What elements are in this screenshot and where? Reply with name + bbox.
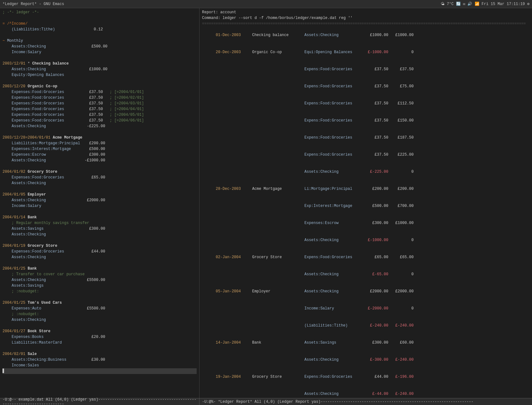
report-row: 28-Dec-2003Acme MortgageLi:Mortgage:Prin… (202, 180, 529, 197)
report-row: Assets:Checking£-300.00£-240.00 (202, 351, 529, 368)
line-mortgage-principal: Liabilities:Mortgage:Principal £200.00 (3, 140, 197, 146)
line-groceries-3: Expenses:Food:Groceries £37.50 ; [=2004/… (3, 101, 197, 106)
line-nobudget1: ; :nobudget: (3, 289, 197, 294)
line-groceries-1: Expenses:Food:Groceries £37.50 ; [=2004/… (3, 89, 197, 95)
report-row: Exp:Interest:Mortgage£500.00£700.00 (202, 197, 529, 215)
report-row: Expens:Food:Groceries£37.50£187.50 (202, 129, 529, 146)
title-bar: *Ledger Report* - GNU Emacs 🌤 7°C 🔄 ✉ 🔊 … (0, 0, 532, 8)
line-assets-checking-5500: Assets:Checking £5500.00 (3, 277, 197, 283)
left-pane: ; -*- ledger -*- = /^Income/ (Liabilitie… (0, 8, 200, 398)
line-savings-comment: ; Regular monthly savings transfer (3, 220, 197, 226)
right-pane: Report: account Command: ledger --sort d… (200, 8, 532, 398)
line-assets-savings: Assets:Savings (3, 283, 197, 289)
line-txn-20031220: 2003/12/20 Organic Co-op (3, 84, 197, 89)
line-txn-20031228: 2003/12/28=2004/01/01 Acme Mortgage (3, 135, 197, 140)
report-divider: ========================================… (202, 21, 529, 27)
line-cursor: ▋ (3, 368, 197, 374)
report-row: Assets:Checking£-44.00£-240.00 (202, 385, 529, 398)
line-liabilities-tithe: (Liabilities:Tithe) 0.12 (3, 27, 197, 32)
line-groceries-2: Expenses:Food:Groceries £37.50 ; [=2004/… (3, 95, 197, 101)
status-right: -U:@%- *Ledger Report* All (4,0) (Ledger… (200, 398, 532, 405)
line-assets-checking-neg1000: Assets:Checking -£1000.00 (3, 158, 197, 163)
report-row: Expens:Food:Groceries£37.50£112.50 (202, 95, 529, 112)
report-row: 02-Jan-2004Grocery StoreExpens:Food:Groc… (202, 249, 529, 266)
line-checking-business: Assets:Checking:Business £30.00 (3, 357, 197, 363)
line-assets-checking-2000: Assets:Checking £2000.00 (3, 197, 197, 203)
report-command: Command: ledger --sort d -f /home/borbus… (202, 15, 529, 21)
report-row: Assets:Checking£-1000.000 (202, 232, 529, 249)
line-assets-checking-1000: Assets:Checking £1000.00 (3, 66, 197, 72)
report-row: 05-Jan-2004EmployerAssets:Checking£2000.… (202, 283, 529, 300)
line-monthly: ~ Monthly (3, 38, 197, 44)
line-assets-checking-monthly: Assets:Checking £500.00 (3, 44, 197, 49)
report-row: Income:Salary£-2000.000 (202, 300, 529, 317)
line-interest-mortgage: Expenses:Interest:Mortgage £500.00 (3, 146, 197, 152)
line-income-sales: Income:Sales (3, 363, 197, 368)
line-comment-ledger: ; -*- ledger -*- (3, 9, 197, 15)
line-txn-20040119: 2004/01/19 Grocery Store (3, 243, 197, 249)
report-row: Expens:Food:Groceries£37.50£225.00 (202, 146, 529, 163)
line-txn-20040201: 2004/02/01 Sale (3, 351, 197, 357)
report-row: Expens:Food:Groceries£37.50£75.00 (202, 78, 529, 95)
line-groceries-44: Expenses:Food:Groceries £44.00 (3, 249, 197, 254)
status-bar: -U:@-- example.dat All (64,0) (Ledger ya… (0, 398, 532, 405)
report-row: Assets:Checking£-225.000 (202, 163, 529, 180)
system-info: 🌤 7°C 🔄 ✉ 🔊 📶 Fri 15 Mar 17:11:19 ⚙ (441, 2, 529, 6)
line-txn-20040125cars: 2004/01/25 Tom's Used Cars (3, 300, 197, 306)
line-expenses-auto: Expenses:Auto £5500.00 (3, 306, 197, 311)
report-row: 01-Dec-2003Checking balanceAssets:Checki… (202, 27, 529, 44)
window-title: *Ledger Report* - GNU Emacs (3, 2, 64, 6)
line-escrow: Expenses:Escrow £300.00 (3, 152, 197, 158)
line-groceries-5: Expenses:Food:Groceries £37.50 ; [=2004/… (3, 112, 197, 118)
line-assets-checking-g2: Assets:Checking (3, 254, 197, 260)
report-row: Expens:Food:Groceries£37.50£150.00 (202, 112, 529, 129)
line-income-salary2: Income:Salary (3, 203, 197, 209)
line-txn-20040114: 2004/01/14 Bank (3, 215, 197, 220)
report-row: Expens:Food:Groceries£37.50£37.50 (202, 61, 529, 78)
line-assets-checking-c: Assets:Checking (3, 317, 197, 323)
line-txn-20040105: 2004/01/05 Employer (3, 192, 197, 197)
line-txn-20040102: 2004/01/02 Grocery Store (3, 169, 197, 175)
report-row: 14-Jan-2004BankAssets:Savings£300.00£60.… (202, 334, 529, 351)
line-groceries-6: Expenses:Food:Groceries £37.50 ; [=2004/… (3, 118, 197, 123)
line-groceries-4: Expenses:Food:Groceries £37.50 ; [=2004/… (3, 106, 197, 112)
line-eq-income: = /^Income/ (3, 21, 197, 27)
line-equity-opening: Equity:Opening Balances (3, 72, 197, 78)
line-txn-20040125bank: 2004/01/25 Bank (3, 266, 197, 271)
line-car-comment: ; Transfer to cover car purchase (3, 271, 197, 277)
line-nobudget2: ; :nobudget: (3, 311, 197, 317)
line-txn-20031201: 2003/12/01 * Checking balance (3, 61, 197, 66)
line-assets-checking-g: Assets:Checking (3, 180, 197, 186)
line-groceries-65: Expenses:Food:Groceries £65.00 (3, 175, 197, 180)
line-assets-checking-neg225: Assets:Checking -£225.00 (3, 123, 197, 129)
report-row: Expenses:Escrow£300.00£1000.00 (202, 215, 529, 232)
line-assets-checking-b: Assets:Checking (3, 232, 197, 237)
line-income-salary: Income:Salary (3, 49, 197, 55)
report-header-label: Report: account (202, 9, 529, 15)
line-expenses-books: Expenses:Books £20.00 (3, 334, 197, 340)
line-assets-savings-300: Assets:Savings £300.00 (3, 226, 197, 232)
report-row: 20-Dec-2003Organic Co-opEqui:Opening Bal… (202, 44, 529, 61)
report-row: 19-Jan-2004Grocery StoreExpens:Food:Groc… (202, 368, 529, 385)
report-row: (Liabilities:Tithe)£-240.00£-240.00 (202, 317, 529, 334)
status-left: -U:@-- example.dat All (64,0) (Ledger ya… (0, 398, 200, 405)
report-row: Assets:Checking£-65.000 (202, 266, 529, 283)
line-liabilities-mastercard: Liabilities:MasterCard (3, 340, 197, 346)
line-txn-20040127: 2004/01/27 Book Store (3, 328, 197, 334)
